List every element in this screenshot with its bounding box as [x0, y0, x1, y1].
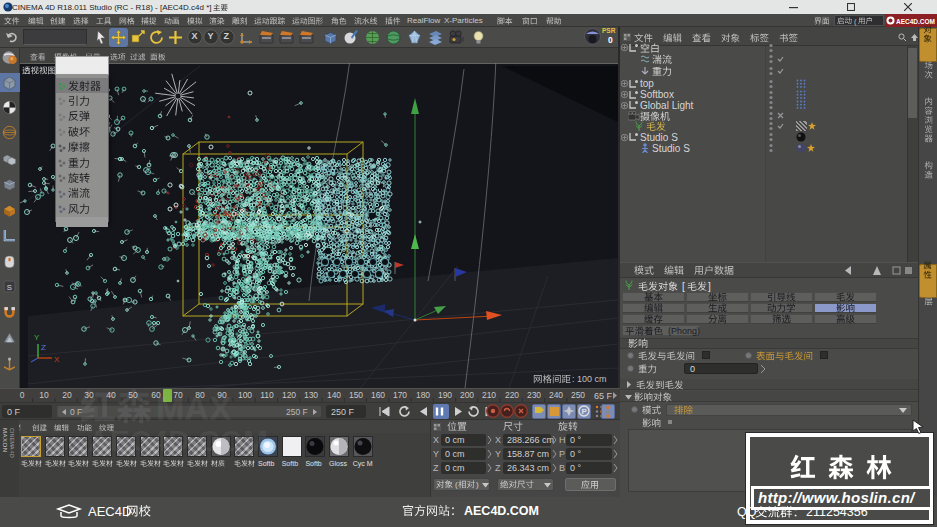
svg-text:S: S: [7, 283, 12, 292]
svg-text:X: X: [54, 355, 60, 364]
svg-text:Z: Z: [41, 343, 46, 352]
svg-text:P: P: [582, 407, 588, 416]
svg-text:Y: Y: [34, 333, 40, 342]
